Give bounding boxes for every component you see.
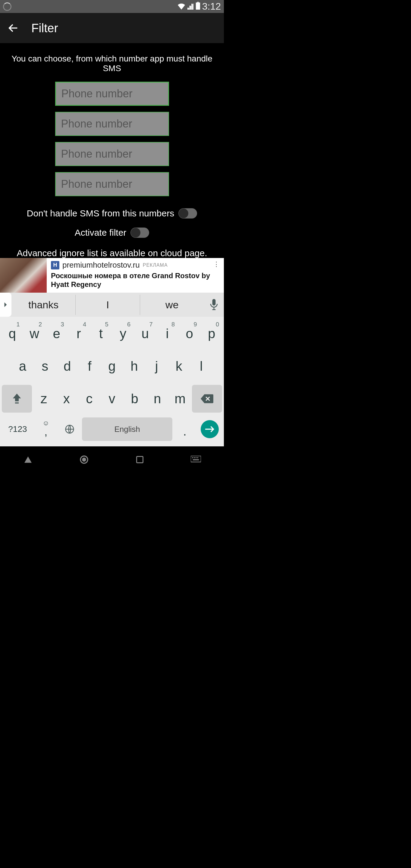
page-title: Filter (31, 22, 58, 35)
emoji-comma-key[interactable]: ☺ , (35, 417, 57, 441)
phone-input-2[interactable] (55, 112, 169, 136)
space-key[interactable]: English (82, 417, 172, 441)
keyboard: 1q2w3e4r5t6y7u8i9o0p asdfghjkl zxcvbnm ?… (0, 317, 224, 446)
activate-filter-label: Activate filter (75, 227, 127, 238)
phone-input-1[interactable] (55, 82, 169, 106)
ad-domain: premiumhotelrostov.ru (62, 260, 140, 270)
keyboard-row-1: 1q2w3e4r5t6y7u8i9o0p (2, 320, 222, 347)
app-bar: Filter (0, 13, 224, 43)
dont-handle-label: Don't handle SMS from this numbers (27, 208, 174, 218)
activate-filter-switch[interactable] (130, 227, 149, 238)
status-time: 3:12 (202, 1, 221, 12)
svg-rect-0 (196, 2, 200, 10)
suggestion-2[interactable]: I (76, 295, 140, 315)
keyboard-row-3: zxcvbnm (2, 385, 222, 412)
key-b[interactable]: b (124, 385, 145, 412)
key-j[interactable]: j (146, 352, 167, 380)
key-t[interactable]: 5t (90, 320, 112, 347)
keyboard-row-2: asdfghjkl (2, 352, 222, 380)
enter-key[interactable] (197, 417, 222, 441)
key-e[interactable]: 3e (46, 320, 67, 347)
emoji-icon: ☺ (42, 419, 49, 427)
dont-handle-toggle-row: Don't handle SMS from this numbers (0, 208, 224, 218)
key-f[interactable]: f (79, 352, 100, 380)
backspace-key[interactable] (192, 385, 222, 412)
suggestion-3[interactable]: we (140, 295, 204, 315)
nav-keyboard-button[interactable] (184, 452, 208, 467)
key-p[interactable]: 0p (201, 320, 222, 347)
svg-point-6 (82, 458, 86, 461)
status-bar: 3:12 (0, 0, 224, 13)
content-area: You can choose, from which number app mu… (0, 43, 224, 266)
nav-home-button[interactable] (72, 452, 96, 467)
ad-label: РЕКЛАМА (143, 262, 168, 268)
key-r[interactable]: 4r (68, 320, 90, 347)
key-z[interactable]: z (33, 385, 55, 412)
ad-headline: Роскошные номера в отеле Grand Rostov by… (51, 272, 220, 289)
key-l[interactable]: l (191, 352, 212, 380)
svg-rect-2 (213, 299, 216, 306)
svg-rect-1 (197, 2, 198, 2)
activate-filter-toggle-row: Activate filter (0, 227, 224, 238)
key-k[interactable]: k (168, 352, 190, 380)
svg-rect-12 (197, 457, 198, 458)
intro-text: You can choose, from which number app mu… (0, 50, 224, 82)
phone-input-4[interactable] (55, 172, 169, 196)
loading-spinner-icon (3, 2, 11, 11)
suggestion-1[interactable]: thanks (11, 295, 76, 315)
ad-banner[interactable]: H premiumhotelrostov.ru РЕКЛАМА Роскошны… (0, 258, 224, 293)
svg-rect-7 (137, 457, 143, 463)
ad-logo-icon: H (51, 261, 59, 270)
nav-recents-button[interactable] (128, 452, 152, 467)
wifi-icon (178, 1, 185, 12)
svg-rect-10 (194, 457, 195, 458)
key-o[interactable]: 9o (179, 320, 200, 347)
svg-rect-3 (15, 402, 19, 404)
dont-handle-switch[interactable] (179, 208, 197, 218)
suggestion-bar: thanks I we (0, 293, 224, 317)
key-i[interactable]: 8i (157, 320, 178, 347)
nav-back-button[interactable] (16, 452, 40, 467)
key-m[interactable]: m (169, 385, 191, 412)
key-s[interactable]: s (34, 352, 56, 380)
key-w[interactable]: 2w (24, 320, 45, 347)
ad-image (0, 258, 47, 293)
key-h[interactable]: h (124, 352, 145, 380)
key-a[interactable]: a (12, 352, 33, 380)
back-arrow-icon[interactable] (7, 22, 19, 34)
ad-menu-icon[interactable]: ⋮ (213, 260, 220, 268)
language-key[interactable] (59, 417, 81, 441)
svg-rect-11 (195, 457, 196, 458)
phone-input-3[interactable] (55, 142, 169, 166)
key-v[interactable]: v (101, 385, 123, 412)
android-nav-bar (0, 446, 224, 473)
keyboard-row-4: ?123 ☺ , English . (2, 417, 222, 441)
mic-button[interactable] (204, 299, 224, 310)
key-q[interactable]: 1q (2, 320, 23, 347)
advanced-note: Advanced ignore list is available on clo… (0, 248, 224, 258)
signal-icon (187, 1, 194, 12)
key-u[interactable]: 7u (135, 320, 156, 347)
battery-icon (195, 1, 200, 12)
symbols-key[interactable]: ?123 (2, 417, 33, 441)
key-c[interactable]: c (78, 385, 100, 412)
svg-rect-9 (192, 457, 193, 458)
key-y[interactable]: 6y (113, 320, 134, 347)
key-d[interactable]: d (57, 352, 78, 380)
expand-suggestions-button[interactable] (0, 293, 11, 317)
key-x[interactable]: x (56, 385, 77, 412)
key-n[interactable]: n (147, 385, 168, 412)
period-key[interactable]: . (173, 417, 196, 441)
svg-rect-13 (193, 459, 199, 460)
key-g[interactable]: g (101, 352, 122, 380)
shift-key[interactable] (2, 385, 32, 412)
svg-rect-8 (191, 456, 201, 462)
